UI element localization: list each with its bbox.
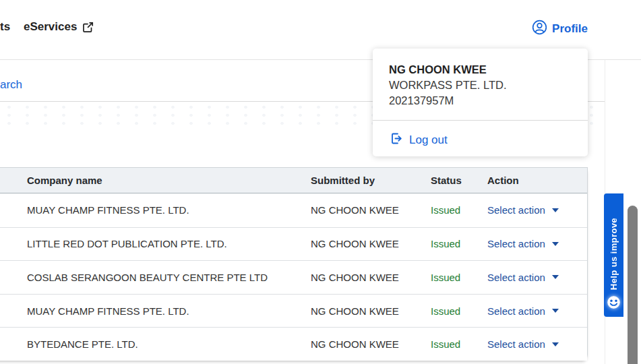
status-badge: Issued	[431, 272, 487, 283]
profile-label: Profile	[552, 22, 588, 36]
table-row: MUAY CHAMP FITNESS PTE. LTD. NG CHOON KW…	[0, 294, 587, 328]
select-action-dropdown[interactable]: Select action	[487, 238, 587, 249]
select-action-label: Select action	[487, 272, 545, 283]
company-name-cell: MUAY CHAMP FITNESS PTE. LTD.	[27, 204, 311, 216]
select-action-label: Select action	[487, 338, 545, 350]
external-link-icon	[82, 21, 94, 34]
select-action-label: Select action	[487, 204, 545, 216]
select-action-label: Select action	[487, 305, 545, 317]
status-badge: Issued	[431, 204, 487, 216]
company-name-cell: COSLAB SERANGOON BEAUTY CENTRE PTE LTD	[27, 272, 311, 283]
company-name-cell: LITTLE RED DOT PUBLICATION PTE. LTD.	[27, 238, 311, 249]
table-row: LITTLE RED DOT PUBLICATION PTE. LTD. NG …	[0, 227, 587, 261]
profile-user-name: NG CHOON KWEE	[389, 61, 572, 78]
chevron-down-icon	[552, 275, 559, 279]
company-name-cell: BYTEDANCE PTE. LTD.	[27, 338, 311, 350]
smiley-icon	[607, 295, 621, 312]
help-us-improve-tab[interactable]: Help us improve	[604, 193, 623, 317]
submitted-by-cell: NG CHOON KWEE	[311, 204, 431, 216]
status-badge: Issued	[431, 238, 487, 249]
status-badge: Issued	[431, 305, 487, 317]
nav-item-clipped-label: ts	[0, 20, 10, 34]
submitted-by-cell: NG CHOON KWEE	[311, 238, 431, 249]
column-header-status: Status	[431, 175, 487, 186]
chevron-down-icon	[552, 309, 559, 313]
profile-company-name: WORKPASS PTE. LTD.	[389, 78, 572, 93]
table-row: COSLAB SERANGOON BEAUTY CENTRE PTE LTD N…	[0, 260, 587, 294]
chevron-down-icon	[552, 242, 559, 246]
submitted-by-cell: NG CHOON KWEE	[311, 305, 431, 317]
profile-uen: 202137957M	[389, 93, 572, 109]
select-action-label: Select action	[487, 238, 545, 249]
select-action-dropdown[interactable]: Select action	[487, 338, 587, 350]
profile-menu-button[interactable]: Profile	[532, 20, 588, 38]
column-header-company: Company name	[27, 175, 311, 186]
nav-item-clipped[interactable]: ts	[0, 20, 10, 34]
logout-label: Log out	[409, 133, 448, 147]
submitted-by-cell: NG CHOON KWEE	[311, 338, 431, 350]
status-badge: Issued	[431, 338, 487, 350]
select-action-dropdown[interactable]: Select action	[487, 305, 587, 317]
select-action-dropdown[interactable]: Select action	[487, 272, 587, 283]
table-header-row: Company name Submitted by Status Action	[0, 168, 587, 193]
column-header-submitted-by: Submitted by	[311, 175, 431, 186]
menu-divider	[373, 120, 588, 121]
nav-item-eservices[interactable]: eServices	[24, 20, 94, 34]
vertical-scrollbar[interactable]	[628, 206, 638, 364]
help-us-improve-label: Help us improve	[609, 218, 619, 290]
select-action-dropdown[interactable]: Select action	[487, 204, 587, 216]
logout-button[interactable]: Log out	[389, 131, 448, 149]
back-to-search-link[interactable]: arch	[0, 78, 22, 92]
chevron-down-icon	[552, 208, 559, 212]
chevron-down-icon	[552, 342, 559, 346]
nav-eservices-label: eServices	[24, 20, 77, 34]
column-header-action: Action	[487, 175, 587, 186]
user-circle-icon	[532, 20, 547, 38]
profile-dropdown-menu: NG CHOON KWEE WORKPASS PTE. LTD. 2021379…	[373, 49, 588, 156]
submitted-by-cell: NG CHOON KWEE	[311, 272, 431, 283]
submissions-table: Company name Submitted by Status Action …	[0, 167, 588, 360]
table-row: MUAY CHAMP FITNESS PTE. LTD. NG CHOON KW…	[0, 193, 587, 227]
logout-icon	[389, 131, 403, 149]
company-name-cell: MUAY CHAMP FITNESS PTE. LTD.	[27, 305, 311, 317]
table-body: MUAY CHAMP FITNESS PTE. LTD. NG CHOON KW…	[0, 193, 587, 361]
table-row: BYTEDANCE PTE. LTD. NG CHOON KWEE Issued…	[0, 327, 587, 361]
